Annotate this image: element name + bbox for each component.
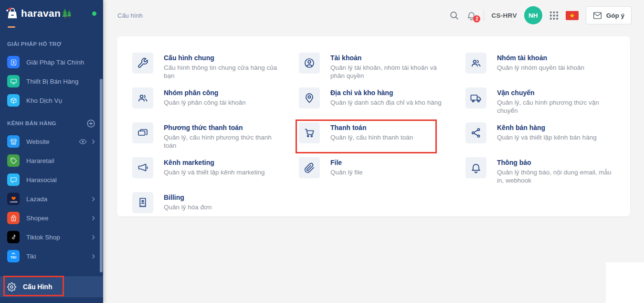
lazada-icon: Lazada [7,193,20,205]
settings-item-kenh-marketing[interactable]: Kênh marketingQuản lý và thiết lập kênh … [132,157,283,184]
plus-circle-icon[interactable] [86,119,95,128]
truck-icon [465,87,486,108]
avatar[interactable]: NH [524,6,542,24]
settings-item-subtitle: Quản lý tài khoản, nhóm tài khoản và phâ… [330,64,449,80]
users-icon [465,53,486,74]
sidebar-item-tiki[interactable]: TIKITiki [0,247,103,266]
sidebar-item-giai-phap-tai-chinh[interactable]: $Giải Pháp Tài Chính [0,53,103,72]
account-code[interactable]: CS-HRV [491,12,517,19]
payment-cards-icon [132,122,153,143]
settings-item-title: File [330,159,363,166]
settings-item-nhom-tai-khoan[interactable]: Nhóm tài khoảnQuản lý nhóm quyền tài kho… [465,53,616,80]
settings-item-subtitle: Quản lý hóa đơn [164,203,211,211]
notification-badge: 2 [473,15,480,22]
megaphone-icon [132,157,153,178]
settings-item-kenh-ban-hang[interactable]: Kênh bán hàngQuản lý và thiết lập kênh b… [465,122,616,150]
apps-grid-icon[interactable] [549,11,559,20]
settings-item-subtitle: Quản lý và thiết lập kênh bán hàng [497,133,597,141]
settings-item-subtitle: Cấu hình thông tin chung cửa hàng của bạ… [164,64,283,80]
settings-card: Cấu hình chungCấu hình thông tin chung c… [117,36,630,216]
settings-item-title: Kênh marketing [164,159,265,166]
settings-item-phuong-thuc-thanh-toan[interactable]: Phương thức thanh toánQuản lý, cấu hình … [132,122,283,150]
feedback-button-label: Góp ý [606,12,624,19]
settings-item-nhom-phan-cong[interactable]: Nhóm phân côngQuản lý phân công tài khoả… [132,87,283,115]
location-pin-icon [299,87,320,108]
top-bar: Cấu hình 2 CS-HRV NH ★ Góp ý [103,0,644,31]
chevron-right-icon[interactable] [90,215,96,221]
chevron-right-icon[interactable] [90,196,96,202]
eye-icon[interactable] [79,138,87,146]
settings-item-title: Nhóm tài khoản [497,54,584,62]
settings-item-thong-bao[interactable]: Thông báoQuản lý thông báo, nội dung ema… [465,157,616,184]
haravan-bag-logo-icon [5,6,20,21]
chevron-right-icon[interactable] [90,234,96,240]
sidebar-item-label: Lazada [26,195,47,203]
sidebar-item-label: Harasocial [26,176,57,184]
settings-item-file[interactable]: FileQuản lý file [299,157,449,184]
online-status-dot [92,11,96,16]
sidebar-item-website[interactable]: Website [0,132,103,151]
paperclip-icon [299,157,320,178]
sidebar-item-label: Tiki [26,253,36,260]
feedback-button[interactable]: Góp ý [586,6,632,24]
storefront-icon [7,135,20,148]
sidebar-section-title-text: KÊNH BÁN HÀNG [7,120,56,126]
users-icon [132,87,153,108]
settings-item-title: Vận chuyển [497,89,616,97]
settings-item-title: Thông báo [497,159,616,166]
sidebar-nav: GIẢI PHÁP HỖ TRỢ$Giải Pháp Tài ChínhThiế… [0,28,103,266]
settings-item-tai-khoan[interactable]: Tài khoảnQuản lý tài khoản, nhóm tài kho… [299,53,449,80]
chevron-right-icon[interactable] [90,139,96,145]
settings-item-dia-chi-va-kho-hang[interactable]: Địa chỉ và kho hàngQuản lý danh sách địa… [299,87,449,115]
sidebar-item-thiet-bi-ban-hang[interactable]: Thiết Bị Bán Hàng [0,72,103,91]
sidebar-section-kenh-ban-hang: KÊNH BÁN HÀNGWebsiteHararetailHarasocial… [0,118,103,266]
sidebar-item-harasocial[interactable]: Harasocial [0,170,103,189]
bell-icon [465,157,486,178]
settings-item-thanh-toan[interactable]: Thanh toánQuản lý, cấu hình thanh toán [299,122,449,150]
gear-icon [7,282,16,292]
tiki-icon: TIKI [7,250,20,262]
finance-icon: $ [7,56,20,68]
sidebar-item-label: Giải Pháp Tài Chính [26,59,84,66]
settings-item-subtitle: Quản lý nhóm quyền tài khoản [497,64,584,72]
sidebar-section-title: KÊNH BÁN HÀNG [0,118,103,129]
breadcrumb: Cấu hình [117,12,143,19]
sidebar-section-title-text: GIẢI PHÁP HỖ TRỢ [7,41,62,47]
pos-device-icon [7,75,20,87]
settings-item-title: Billing [164,194,211,201]
search-icon[interactable] [449,11,459,21]
settings-item-billing[interactable]: BillingQuản lý hóa đơn [132,192,283,213]
sidebar-item-tiktok-shop[interactable]: Tiktok Shop [0,227,103,247]
svg-text:S: S [12,217,14,220]
sidebar-item-label: Kho Dịch Vụ [26,97,62,104]
settings-item-title: Cấu hình chung [164,54,283,62]
settings-item-van-chuyen[interactable]: Vận chuyểnQuản lý, cấu hình phương thức … [465,87,616,115]
sidebar-config-label: Cấu Hình [23,283,52,291]
retail-tag-icon [7,154,20,167]
settings-item-title: Thanh toán [330,124,413,131]
settings-item-cau-hinh-chung[interactable]: Cấu hình chungCấu hình thông tin chung c… [132,53,283,80]
chevron-right-icon[interactable] [90,253,96,260]
divider [484,10,484,21]
sidebar-item-label: Tiktok Shop [26,234,60,241]
notifications-button[interactable]: 2 [466,11,476,21]
sidebar-scrollbar[interactable] [100,79,103,272]
sidebar-item-shopee[interactable]: SShopee [0,208,103,227]
settings-item-title: Kênh bán hàng [497,124,597,131]
sidebar-item-cau-hinh[interactable]: Cấu Hình [0,276,103,297]
vietnam-flag-icon[interactable]: ★ [566,11,579,20]
share-icon [465,122,486,143]
logo[interactable]: haravan [0,0,103,25]
service-box-icon [7,94,20,107]
sidebar: haravan GIẢI PHÁP HỖ TRỢ$Giải Pháp Tài C… [0,0,103,303]
settings-item-subtitle: Quản lý thông báo, nội dung email, mẫu i… [497,168,616,184]
settings-item-subtitle: Quản lý file [330,168,363,176]
sidebar-item-kho-dich-vu[interactable]: Kho Dịch Vụ [0,91,103,110]
settings-item-subtitle: Quản lý danh sách địa chỉ và kho hàng [330,98,442,107]
svg-text:TIKI: TIKI [11,256,16,259]
settings-item-title: Phương thức thanh toán [164,124,283,131]
settings-item-subtitle: Quản lý phân công tài khoản [164,98,246,107]
sidebar-item-hararetail[interactable]: Hararetail [0,151,103,170]
sidebar-item-lazada[interactable]: LazadaLazada [0,189,103,208]
svg-text:Lazada: Lazada [10,200,17,203]
